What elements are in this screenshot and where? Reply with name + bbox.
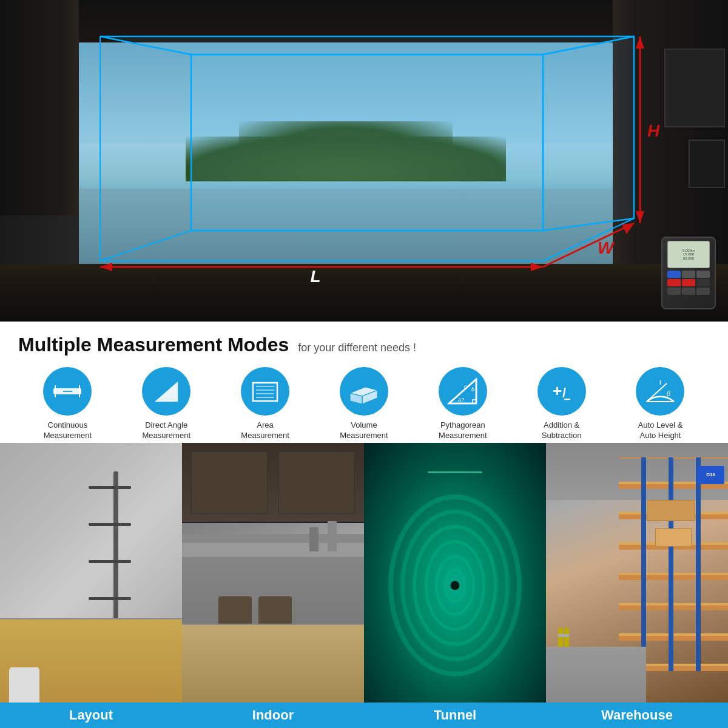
svg-text:β: β: [666, 389, 671, 397]
label-indoor: Indoor: [182, 703, 364, 728]
image-tunnel: Tunnel: [364, 443, 546, 728]
svg-text:−: −: [564, 393, 571, 405]
label-layout: Layout: [0, 703, 182, 728]
mode-volume: VolumeMeasurement: [322, 367, 406, 441]
svg-marker-23: [154, 381, 178, 402]
svg-line-49: [647, 383, 667, 402]
image-indoor: Indoor: [182, 443, 364, 728]
svg-text:a?: a?: [458, 397, 464, 403]
svg-text:+: +: [553, 382, 562, 400]
wall-decoration-2: [689, 140, 725, 188]
mode-addition: + / − Addition &Subtraction: [519, 367, 604, 441]
area-label: AreaMeasurement: [241, 420, 289, 441]
mode-area: AreaMeasurement: [223, 367, 308, 441]
device-buttons: [667, 271, 710, 295]
area-icon: [241, 367, 289, 416]
window-view: [79, 42, 613, 267]
image-layout: Layout: [0, 443, 182, 728]
volume-label: VolumeMeasurement: [340, 420, 388, 441]
top-section: L W H 5.000m10.00050.000: [0, 0, 728, 322]
furniture-left: [0, 215, 79, 264]
label-tunnel: Tunnel: [364, 703, 546, 728]
addition-label: Addition &Subtraction: [542, 420, 582, 441]
continuous-label: ContinuousMeasurement: [44, 420, 92, 441]
mode-continuous: ━━━ ContinuousMeasurement: [25, 367, 110, 441]
addition-icon: + / −: [538, 367, 586, 416]
modes-title-row: Multiple Measurement Modes for your diff…: [18, 334, 710, 356]
pythagorean-label: PythagoreanMeasurement: [439, 420, 487, 441]
direct-angle-label: Direct AngleMeasurement: [143, 420, 190, 441]
bottom-section: Layout Indoor Tunnel: [0, 443, 728, 728]
auto-level-label: Auto Level &Auto Height: [638, 420, 683, 441]
image-warehouse: D16 Warehouse: [546, 443, 728, 728]
volume-icon: [340, 367, 388, 416]
modes-subtitle: for your different needs !: [298, 342, 416, 354]
auto-level-icon: β: [636, 367, 684, 416]
modes-title: Multiple Measurement Modes: [18, 334, 289, 356]
modes-section: Multiple Measurement Modes for your diff…: [0, 322, 728, 443]
direct-angle-icon: [142, 367, 190, 416]
svg-text:c: c: [464, 383, 467, 389]
svg-text:b: b: [471, 386, 474, 393]
mode-pythagorean: a? b c PythagoreanMeasurement: [420, 367, 505, 441]
device-screen: 5.000m10.00050.000: [667, 241, 710, 268]
label-warehouse: Warehouse: [546, 703, 728, 728]
svg-text:━━━: ━━━: [62, 389, 73, 394]
wall-decoration: [664, 49, 725, 127]
continuous-icon: ━━━: [43, 367, 92, 416]
laser-device: 5.000m10.00050.000: [661, 237, 716, 309]
mode-direct-angle: Direct AngleMeasurement: [124, 367, 209, 441]
room-background: L W H 5.000m10.00050.000: [0, 0, 728, 322]
mode-auto-level: β Auto Level &Auto Height: [618, 367, 703, 441]
modes-icons-row: ━━━ ContinuousMeasurement Direct AngleMe…: [18, 367, 710, 441]
room-floor: [0, 264, 728, 322]
svg-rect-26: [253, 383, 277, 401]
pythagorean-icon: a? b c: [439, 367, 487, 416]
